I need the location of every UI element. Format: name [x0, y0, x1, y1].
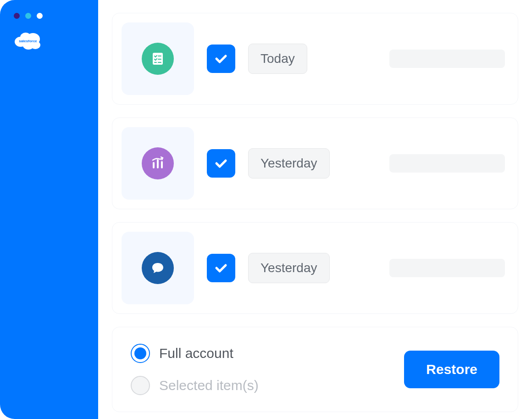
item-checkbox[interactable]	[207, 45, 235, 73]
window-dot[interactable]	[14, 13, 20, 19]
check-icon	[213, 156, 229, 171]
checklist-icon	[142, 43, 174, 75]
placeholder-bar	[389, 259, 505, 277]
radio-unselected-icon	[131, 376, 150, 395]
window-controls	[14, 13, 98, 19]
check-icon	[213, 51, 229, 67]
date-label: Yesterday	[248, 148, 330, 179]
sidebar: salesforce	[0, 0, 98, 419]
item-checkbox[interactable]	[207, 254, 235, 282]
backup-item-row: Yesterday	[112, 222, 518, 314]
item-checkbox[interactable]	[207, 149, 235, 178]
window-dot[interactable]	[37, 13, 43, 19]
svg-rect-6	[153, 53, 163, 65]
radio-option-selected-items[interactable]: Selected item(s)	[131, 376, 259, 395]
radio-option-full-account[interactable]: Full account	[131, 344, 259, 363]
placeholder-bar	[389, 154, 505, 173]
radio-selected-icon	[131, 344, 150, 363]
svg-text:salesforce: salesforce	[19, 39, 37, 43]
app-window: salesforce	[0, 0, 532, 419]
radio-label: Full account	[159, 346, 233, 361]
main-content: Today Yesterda	[98, 0, 532, 419]
backup-item-row: Yesterday	[112, 117, 518, 209]
restore-options-panel: Full account Selected item(s) Restore	[112, 327, 518, 412]
restore-scope-radio-group: Full account Selected item(s)	[131, 344, 259, 395]
restore-button[interactable]: Restore	[404, 351, 499, 388]
backup-item-row: Today	[112, 13, 518, 105]
date-label: Today	[248, 44, 307, 74]
item-icon-container	[122, 127, 194, 200]
check-icon	[213, 260, 229, 276]
date-label: Yesterday	[248, 253, 330, 283]
window-dot[interactable]	[25, 13, 31, 19]
radio-label: Selected item(s)	[159, 378, 259, 393]
salesforce-logo: salesforce	[14, 31, 42, 51]
item-icon-container	[122, 232, 194, 304]
placeholder-bar	[389, 50, 505, 68]
chart-icon	[142, 147, 174, 179]
chat-icon	[142, 252, 174, 284]
item-icon-container	[122, 22, 194, 95]
